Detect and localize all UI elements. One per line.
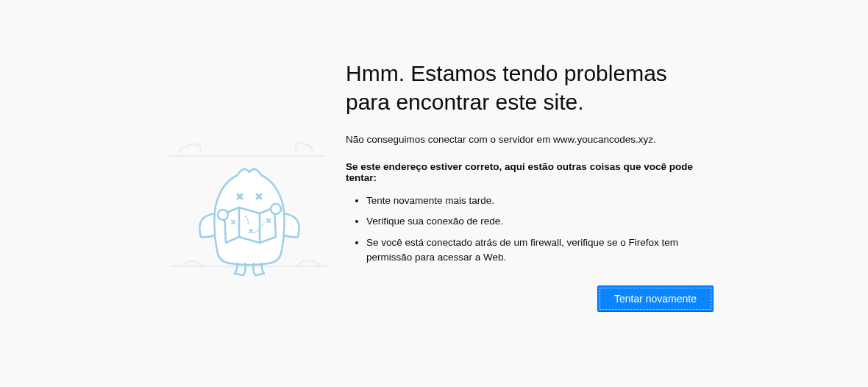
svg-point-3 [271,204,281,214]
suggestion-item: Se você está conectado atrás de um firew… [366,235,714,266]
svg-point-2 [218,210,228,220]
suggestion-item: Verifique sua conexão de rede. [366,214,714,229]
error-description: Não conseguimos conectar com o servidor … [346,134,714,145]
lost-character-illustration [166,127,335,296]
error-text-column: Hmm. Estamos tendo problemas para encont… [346,59,714,312]
suggestion-item: Tente novamente mais tarde. [366,194,714,208]
error-strong-line: Se este endereço estiver correto, aqui e… [346,161,714,183]
actions-row: Tentar novamente [346,285,714,312]
error-page-container: Hmm. Estamos tendo problemas para encont… [154,59,714,312]
error-suggestion-list: Tente novamente mais tarde. Verifique su… [346,194,714,265]
error-title: Hmm. Estamos tendo problemas para encont… [346,59,714,116]
retry-button[interactable]: Tentar novamente [597,285,714,312]
illustration-column [154,59,346,312]
